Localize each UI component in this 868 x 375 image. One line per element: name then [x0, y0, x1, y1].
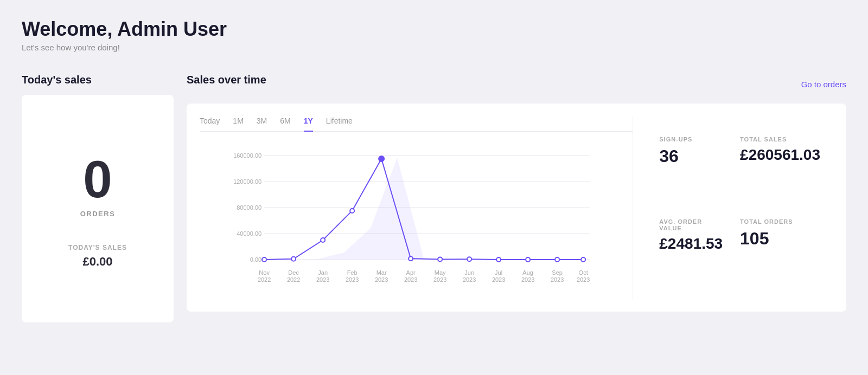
svg-text:120000.00: 120000.00 [233, 178, 261, 185]
sales-over-time-section: Sales over time Go to orders Today 1M 3M… [187, 74, 846, 312]
sales-chart-card: Today 1M 3M 6M 1Y Lifetime [187, 104, 846, 312]
svg-text:Feb: Feb [347, 269, 358, 276]
svg-point-22 [581, 257, 585, 262]
svg-text:Apr: Apr [406, 269, 416, 276]
svg-text:Dec: Dec [288, 269, 299, 276]
chart-svg-wrapper: 160000.00 120000.00 80000.00 40000.00 0.… [200, 145, 633, 299]
svg-text:0.00: 0.00 [250, 256, 261, 263]
time-tabs: Today 1M 3M 6M 1Y Lifetime [200, 117, 633, 132]
svg-text:Mar: Mar [376, 269, 387, 276]
svg-text:Oct: Oct [579, 269, 588, 276]
svg-text:Aug: Aug [522, 269, 533, 276]
tab-1m[interactable]: 1M [233, 117, 243, 132]
avg-order-stat: AVG. ORDER VALUE £2481.53 [650, 208, 731, 290]
svg-point-16 [409, 256, 413, 261]
svg-text:2023: 2023 [346, 276, 359, 283]
svg-text:2023: 2023 [492, 276, 505, 283]
svg-text:Jul: Jul [495, 269, 502, 276]
tab-today[interactable]: Today [200, 117, 220, 132]
svg-text:2022: 2022 [258, 276, 271, 283]
svg-text:160000.00: 160000.00 [233, 152, 261, 159]
total-sales-label: TOTAL SALES [740, 136, 820, 143]
total-orders-stat: TOTAL ORDERS 105 [731, 208, 829, 290]
svg-point-18 [467, 257, 471, 261]
avg-order-value: £2481.53 [659, 236, 723, 253]
svg-text:Jan: Jan [318, 269, 328, 276]
orders-count: 0 [83, 153, 112, 205]
svg-point-19 [496, 257, 501, 262]
sales-chart: 160000.00 120000.00 80000.00 40000.00 0.… [200, 145, 633, 296]
svg-text:80000.00: 80000.00 [237, 204, 261, 211]
svg-text:2022: 2022 [287, 276, 300, 283]
svg-text:2023: 2023 [404, 276, 417, 283]
sales-over-time-heading: Sales over time [187, 74, 266, 86]
svg-text:2023: 2023 [463, 276, 476, 283]
total-orders-value: 105 [740, 229, 820, 248]
tab-lifetime[interactable]: Lifetime [326, 117, 353, 132]
total-sales-stat: TOTAL SALES £260561.03 [731, 125, 829, 208]
svg-point-12 [291, 257, 296, 261]
tab-6m[interactable]: 6M [280, 117, 290, 132]
svg-text:Jun: Jun [464, 269, 474, 276]
svg-text:2023: 2023 [521, 276, 534, 283]
todays-sales-label: TODAY'S SALES [68, 244, 127, 251]
todays-sales-value: £0.00 [82, 255, 112, 269]
go-to-orders-link[interactable]: Go to orders [801, 80, 846, 89]
svg-text:2023: 2023 [577, 276, 590, 283]
page-title: Welcome, Admin User [22, 17, 846, 41]
todays-sales-heading: Today's sales [22, 74, 174, 86]
avg-order-label: AVG. ORDER VALUE [659, 218, 723, 231]
svg-text:Sep: Sep [552, 269, 563, 276]
svg-text:2023: 2023 [316, 276, 329, 283]
tab-1y[interactable]: 1Y [304, 117, 313, 132]
svg-marker-10 [264, 158, 583, 260]
section-header: Sales over time Go to orders [187, 74, 846, 95]
svg-text:Nov: Nov [259, 269, 270, 276]
page-subtitle: Let's see how you're doing! [22, 43, 846, 52]
svg-text:2023: 2023 [375, 276, 388, 283]
svg-point-15 [379, 156, 384, 161]
svg-point-11 [262, 257, 266, 262]
svg-point-21 [555, 257, 559, 262]
tab-3m[interactable]: 3M [257, 117, 267, 132]
svg-text:May: May [435, 269, 446, 276]
orders-label: ORDERS [80, 210, 116, 218]
stats-panel: SIGN-UPS 36 TOTAL SALES £260561.03 AVG. … [633, 117, 829, 299]
svg-point-13 [321, 238, 325, 242]
svg-text:2023: 2023 [433, 276, 446, 283]
svg-text:2023: 2023 [551, 276, 564, 283]
todays-sales-section: Today's sales 0 ORDERS TODAY'S SALES £0.… [22, 74, 174, 322]
sign-ups-stat: SIGN-UPS 36 [650, 125, 731, 208]
svg-point-17 [438, 257, 442, 262]
sign-ups-value: 36 [659, 147, 723, 166]
todays-sales-card: 0 ORDERS TODAY'S SALES £0.00 [22, 95, 174, 322]
chart-area: Today 1M 3M 6M 1Y Lifetime [200, 117, 633, 299]
page-header: Welcome, Admin User Let's see how you're… [22, 17, 846, 52]
svg-point-14 [350, 209, 354, 213]
total-sales-value: £260561.03 [740, 147, 820, 164]
sign-ups-label: SIGN-UPS [659, 136, 723, 143]
svg-text:40000.00: 40000.00 [237, 230, 261, 237]
main-content: Today's sales 0 ORDERS TODAY'S SALES £0.… [22, 74, 846, 322]
total-orders-label: TOTAL ORDERS [740, 218, 820, 225]
svg-point-20 [526, 257, 530, 262]
